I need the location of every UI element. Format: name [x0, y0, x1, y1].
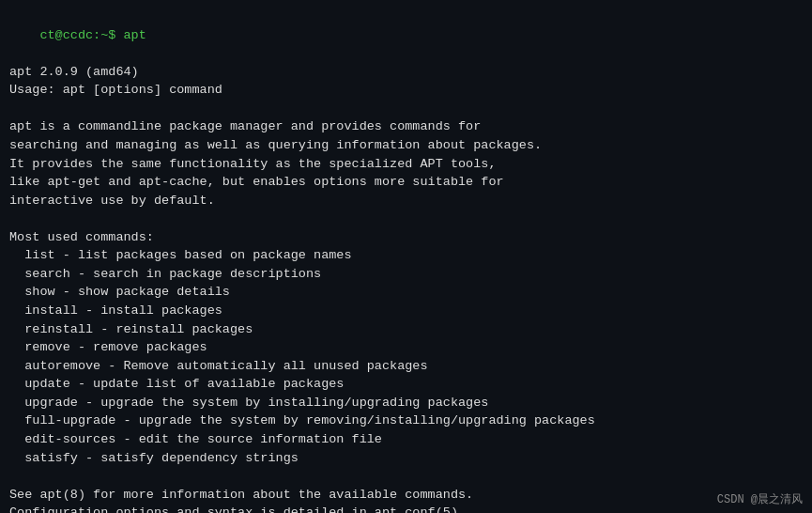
terminal-window: ct@ccdc:~$ apt apt 2.0.9 (amd64) Usage: … — [0, 0, 812, 513]
cmd-satisfy: satisfy - satisfy dependency strings — [9, 449, 803, 468]
blank-line-2 — [9, 210, 803, 228]
prompt-line: ct@ccdc:~$ apt — [9, 8, 803, 63]
watermark: CSDN @晨之清风 — [717, 491, 803, 507]
section-most-used: Most used commands: — [9, 228, 803, 247]
footer-line-2: Configuration options and syntax is deta… — [9, 504, 803, 513]
cmd-update: update - update list of available packag… — [9, 375, 803, 394]
desc-line-4: like apt-get and apt-cache, but enables … — [9, 173, 803, 192]
cmd-search: search - search in package descriptions — [9, 265, 803, 284]
desc-line-1: apt is a commandline package manager and… — [9, 117, 803, 136]
cmd-autoremove: autoremove - Remove automatically all un… — [9, 357, 803, 376]
desc-line-3: It provides the same functionality as th… — [9, 155, 803, 174]
desc-line-5: interactive use by default. — [9, 192, 803, 210]
cmd-install: install - install packages — [9, 302, 803, 320]
cmd-show: show - show package details — [9, 283, 803, 302]
footer-line-1: See apt(8) for more information about th… — [9, 486, 803, 505]
cmd-remove: remove - remove packages — [9, 338, 803, 357]
apt-usage: Usage: apt [options] command — [9, 81, 803, 100]
desc-line-2: searching and managing as well as queryi… — [9, 136, 803, 155]
cmd-edit-sources: edit-sources - edit the source informati… — [9, 430, 803, 449]
cmd-reinstall: reinstall - reinstall packages — [9, 320, 803, 339]
prompt-user: ct@ccdc:~$ apt — [39, 28, 146, 42]
cmd-upgrade: upgrade - upgrade the system by installi… — [9, 394, 803, 412]
apt-version: apt 2.0.9 (amd64) — [9, 63, 803, 82]
blank-line-1 — [9, 100, 803, 118]
cmd-full-upgrade: full-upgrade - upgrade the system by rem… — [9, 412, 803, 430]
blank-line-3 — [9, 467, 803, 486]
cmd-list: list - list packages based on package na… — [9, 246, 803, 265]
